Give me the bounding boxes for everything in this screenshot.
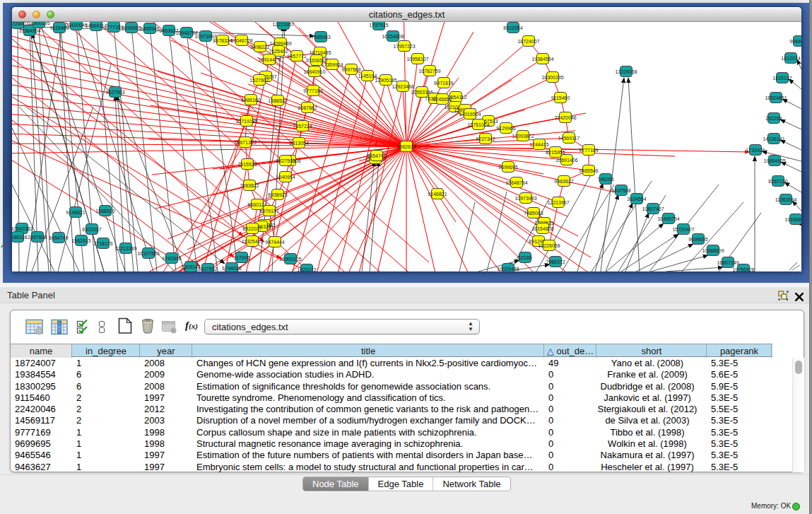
- svg-text:7485063: 7485063: [311, 35, 330, 40]
- svg-text:19166829: 19166829: [784, 217, 801, 222]
- svg-text:252254: 252254: [765, 116, 782, 121]
- svg-text:10025488: 10025488: [497, 267, 519, 271]
- svg-text:19756928: 19756928: [732, 267, 754, 272]
- svg-text:6794028: 6794028: [222, 266, 241, 271]
- svg-text:9465546: 9465546: [140, 26, 159, 31]
- svg-text:14136141: 14136141: [763, 136, 784, 141]
- svg-text:16495754: 16495754: [657, 216, 679, 221]
- svg-text:10671355: 10671355: [234, 140, 256, 145]
- svg-text:1615132: 1615132: [772, 76, 792, 81]
- svg-text:17957223: 17957223: [393, 44, 415, 49]
- svg-text:7663822: 7663822: [240, 183, 259, 188]
- svg-text:16154808: 16154808: [531, 226, 553, 231]
- svg-text:7625402: 7625402: [269, 49, 288, 54]
- svg-text:1588520: 1588520: [268, 98, 287, 103]
- svg-text:2687682: 2687682: [298, 105, 317, 110]
- svg-text:10807467: 10807467: [642, 206, 664, 211]
- svg-text:19654925: 19654925: [763, 158, 785, 163]
- svg-text:9084067: 9084067: [789, 39, 801, 44]
- svg-text:18807249: 18807249: [717, 260, 739, 265]
- svg-text:62160: 62160: [518, 255, 532, 260]
- svg-text:19384554: 19384554: [531, 57, 553, 62]
- svg-text:12213967: 12213967: [272, 22, 294, 27]
- svg-text:8454749: 8454749: [49, 235, 68, 240]
- svg-text:22420046: 22420046: [65, 23, 87, 28]
- svg-text:9242848: 9242848: [162, 256, 181, 261]
- svg-text:8186328: 8186328: [12, 235, 28, 240]
- svg-text:9699695: 9699695: [688, 237, 707, 242]
- svg-text:19384554: 19384554: [18, 28, 40, 33]
- svg-text:1797515: 1797515: [369, 23, 388, 28]
- svg-text:746266: 746266: [597, 177, 613, 182]
- svg-text:8813054: 8813054: [289, 141, 308, 146]
- svg-text:7485063: 7485063: [524, 211, 543, 216]
- svg-text:12905185: 12905185: [375, 78, 396, 83]
- svg-text:16648784: 16648784: [505, 180, 527, 185]
- svg-text:9474444: 9474444: [265, 240, 284, 245]
- svg-text:20691406: 20691406: [555, 158, 577, 163]
- svg-text:3624554: 3624554: [627, 197, 646, 201]
- svg-text:1612074: 1612074: [781, 56, 800, 61]
- svg-text:12923468: 12923468: [392, 84, 413, 89]
- svg-text:2718176: 2718176: [93, 241, 112, 246]
- svg-text:16914479: 16914479: [258, 57, 280, 62]
- svg-text:8322037: 8322037: [82, 227, 101, 232]
- svg-text:7357224: 7357224: [293, 124, 312, 129]
- svg-text:18300295: 18300295: [541, 75, 563, 80]
- svg-text:9463627: 9463627: [554, 179, 573, 184]
- svg-text:1562615: 1562615: [396, 144, 416, 149]
- svg-text:9097568: 9097568: [341, 67, 360, 72]
- svg-text:9457771: 9457771: [287, 54, 306, 59]
- svg-text:8878334: 8878334: [213, 38, 232, 43]
- svg-text:9465546: 9465546: [579, 168, 598, 173]
- svg-text:8471676: 8471676: [434, 81, 453, 86]
- svg-text:8454749: 8454749: [367, 153, 386, 158]
- svg-text:19716485: 19716485: [309, 50, 331, 55]
- svg-text:1588520: 1588520: [95, 209, 114, 214]
- svg-text:10543382: 10543382: [12, 226, 33, 231]
- svg-text:9146821: 9146821: [66, 210, 85, 215]
- svg-text:6466160: 6466160: [241, 98, 260, 103]
- svg-text:18300295: 18300295: [28, 22, 49, 25]
- svg-text:8322037: 8322037: [242, 226, 261, 231]
- svg-text:3498222: 3498222: [250, 45, 269, 49]
- svg-text:9227342: 9227342: [476, 136, 495, 141]
- svg-text:10973493: 10973493: [514, 196, 536, 201]
- svg-text:12213389: 12213389: [114, 246, 136, 251]
- svg-text:12093872: 12093872: [512, 134, 534, 139]
- svg-text:11353594: 11353594: [775, 197, 797, 202]
- svg-text:6497508: 6497508: [611, 188, 630, 193]
- svg-text:8912954: 8912954: [503, 25, 522, 30]
- svg-text:17359924: 17359924: [321, 62, 343, 67]
- svg-text:12213967: 12213967: [547, 200, 569, 205]
- svg-text:10958107: 10958107: [406, 57, 428, 62]
- svg-text:1562615: 1562615: [71, 238, 90, 243]
- svg-text:10046728: 10046728: [230, 38, 252, 43]
- svg-text:6879197: 6879197: [259, 209, 278, 214]
- svg-text:16782759: 16782759: [418, 69, 440, 74]
- svg-text:13226058: 13226058: [538, 243, 560, 248]
- svg-text:18524851: 18524851: [765, 95, 787, 100]
- svg-text:9777169: 9777169: [104, 25, 123, 30]
- svg-text:8215955: 8215955: [546, 150, 565, 155]
- svg-text:11325419: 11325419: [242, 239, 264, 244]
- svg-text:9827503: 9827503: [105, 90, 124, 95]
- svg-text:15751074: 15751074: [467, 122, 489, 127]
- svg-text:9115460: 9115460: [551, 95, 570, 100]
- svg-text:9129966: 9129966: [496, 126, 515, 131]
- svg-text:10719185: 10719185: [235, 119, 257, 124]
- svg-text:22420046: 22420046: [554, 115, 576, 120]
- svg-text:9777169: 9777169: [579, 148, 598, 153]
- svg-text:8938923: 8938923: [268, 192, 287, 197]
- svg-text:9827503: 9827503: [276, 158, 295, 163]
- svg-text:1244415: 1244415: [529, 142, 548, 147]
- svg-text:17016504: 17016504: [459, 112, 481, 117]
- svg-text:9245652: 9245652: [433, 97, 452, 102]
- svg-text:1527602: 1527602: [249, 78, 269, 83]
- svg-text:1621072: 1621072: [297, 267, 316, 272]
- svg-text:7515526: 7515526: [237, 162, 257, 167]
- svg-text:9699695: 9699695: [498, 165, 517, 170]
- svg-text:8427552: 8427552: [198, 267, 217, 271]
- svg-text:1640954: 1640954: [276, 175, 295, 180]
- svg-text:9777169: 9777169: [303, 88, 322, 93]
